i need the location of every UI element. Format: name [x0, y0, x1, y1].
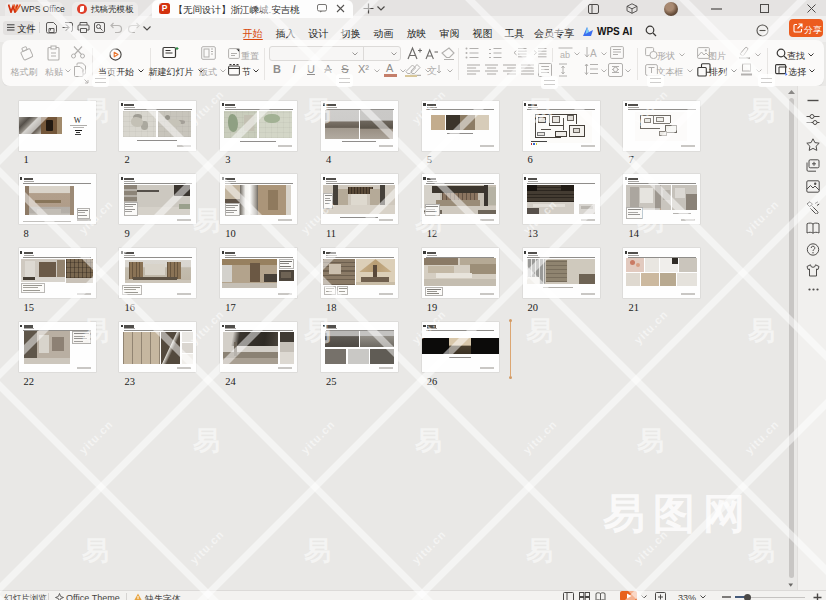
svg-text:A: A — [590, 48, 597, 59]
svg-text:文: 文 — [427, 65, 437, 76]
svg-text:ab: ab — [560, 50, 570, 60]
